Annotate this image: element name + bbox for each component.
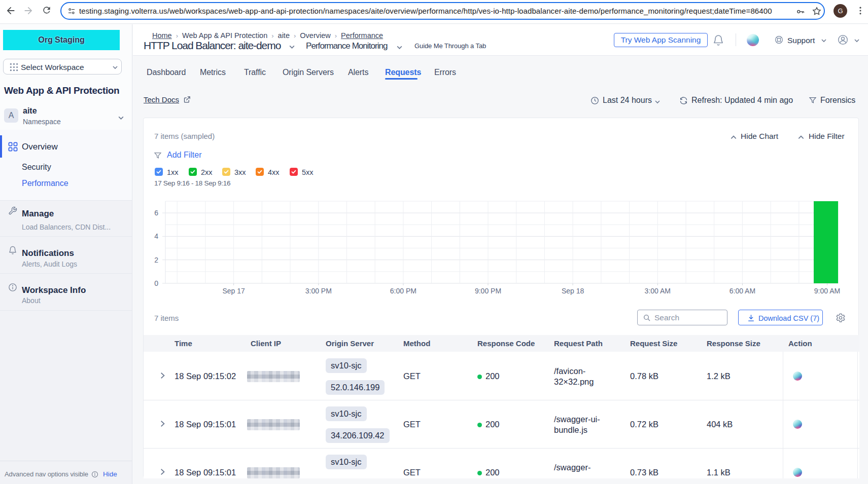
svg-text:9:00 AM: 9:00 AM (814, 287, 840, 295)
svg-text:Sep 18: Sep 18 (562, 287, 584, 295)
svg-text:0: 0 (154, 279, 158, 287)
svg-text:2: 2 (154, 256, 158, 264)
svg-text:6:00 AM: 6:00 AM (730, 287, 755, 295)
svg-text:3:00 AM: 3:00 AM (645, 287, 671, 295)
svg-text:9:00 PM: 9:00 PM (475, 287, 501, 295)
svg-text:Sep 17: Sep 17 (222, 287, 245, 295)
svg-text:6: 6 (154, 209, 158, 217)
svg-text:3:00 PM: 3:00 PM (305, 287, 332, 295)
svg-text:4: 4 (154, 232, 158, 240)
svg-text:6:00 PM: 6:00 PM (390, 287, 416, 295)
